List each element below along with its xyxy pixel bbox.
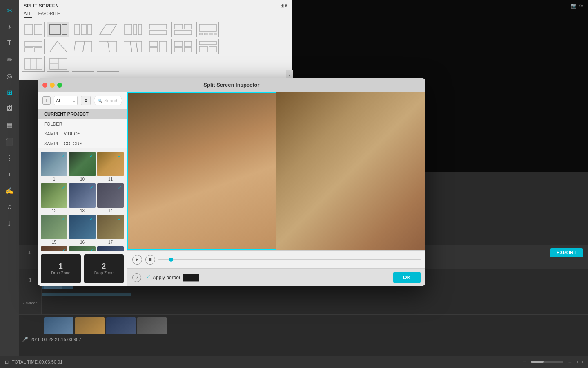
thumb-check-14: ✓ — [118, 184, 122, 191]
sidebar-icon-music2[interactable]: ♫ — [2, 200, 17, 214]
layout-6[interactable] — [147, 22, 169, 37]
zoom-slider[interactable] — [531, 361, 564, 363]
border-color-swatch[interactable] — [183, 274, 199, 282]
sidebar-icon-layout[interactable]: ⊞ — [2, 85, 17, 100]
layout-10[interactable] — [47, 39, 69, 54]
nav-sample-colors[interactable]: SAMPLE COLORS — [38, 139, 127, 148]
media-thumb-18[interactable]: ✓ 18 — [41, 246, 67, 251]
drop-zone-1[interactable]: 1 Drop Zone — [41, 254, 81, 283]
media-thumb-14[interactable]: ✓ 14 — [97, 183, 124, 213]
tab-all[interactable]: ALL — [24, 10, 32, 18]
layout-17[interactable] — [22, 56, 45, 72]
media-thumb-13[interactable]: ✓ 13 — [69, 183, 96, 213]
layout-12[interactable] — [97, 39, 119, 54]
sidebar-icon-text[interactable]: T — [2, 36, 17, 51]
split-screen-panel: SPLIT SCREEN ⊞▾ ALL FAVORITE — [19, 0, 292, 80]
mic-icon: 🎤 — [22, 337, 28, 342]
layout-16[interactable] — [196, 39, 219, 54]
svg-rect-32 — [149, 41, 158, 46]
layout-3[interactable] — [72, 22, 94, 37]
grid-icon[interactable]: ⊞ — [5, 359, 9, 365]
svg-rect-8 — [125, 24, 132, 35]
layout-4[interactable] — [97, 22, 119, 37]
layout-8[interactable] — [196, 22, 219, 37]
sidebar-icon-monitor[interactable]: ▤ — [2, 118, 17, 132]
layout-13[interactable] — [122, 39, 144, 54]
layout-20[interactable] — [97, 56, 119, 72]
thumb-num-12: 12 — [41, 209, 67, 213]
minimize-button[interactable] — [50, 83, 55, 88]
sidebar-icon-note[interactable]: ♩ — [2, 216, 17, 231]
zoom-in-icon[interactable]: + — [568, 359, 572, 365]
tab-favorite[interactable]: FAVORITE — [38, 10, 60, 18]
thumb-num-15: 15 — [41, 240, 67, 245]
sidebar-icon-film[interactable]: ⬛ — [2, 134, 17, 149]
drop-zone-2[interactable]: 2 Drop Zone — [84, 254, 124, 283]
thumb-check-16: ✓ — [89, 216, 94, 222]
zoom-out-icon[interactable]: − — [523, 359, 526, 365]
svg-marker-28 — [108, 41, 117, 52]
split-screen-title: SPLIT SCREEN — [24, 3, 59, 8]
expand-icon[interactable]: ⟷ — [577, 359, 583, 365]
media-thumb-17[interactable]: ✓ 17 — [97, 215, 124, 245]
drop-zone-1-num: 1 — [59, 262, 63, 271]
thumb-num-17: 17 — [97, 240, 124, 245]
search-box[interactable]: 🔍 Search — [94, 96, 122, 105]
progress-bar[interactable] — [158, 259, 421, 260]
media-thumb-1[interactable]: ✓ 1 — [41, 152, 67, 182]
stop-button[interactable]: ⏹ — [145, 255, 155, 265]
layout-5[interactable] — [122, 22, 144, 37]
media-thumb-2[interactable]: 2 — [97, 246, 124, 251]
timeline-add-track-button[interactable]: + — [24, 247, 35, 258]
sidebar-icon-layers[interactable]: ⋮ — [2, 150, 17, 165]
sidebar-icon-music[interactable]: ♪ — [2, 20, 17, 34]
add-media-button[interactable]: + — [42, 96, 51, 105]
layout-11[interactable] — [72, 39, 94, 54]
layout-15[interactable] — [172, 39, 194, 54]
sidebar-icon-scissors[interactable]: ✂ — [2, 3, 17, 18]
play-button[interactable]: ▶ — [132, 255, 142, 265]
layout-2[interactable] — [47, 22, 69, 37]
nav-folder[interactable]: FOLDER — [38, 119, 127, 129]
sidebar-icon-image[interactable]: 🖼 — [2, 101, 17, 116]
sort-button[interactable]: ≡ — [81, 96, 91, 105]
media-thumb-11[interactable]: ✓ 11 — [97, 152, 124, 182]
sidebar-icon-pen[interactable]: ✏ — [2, 52, 17, 67]
svg-rect-40 — [199, 46, 207, 52]
maximize-button[interactable] — [57, 83, 62, 88]
close-button[interactable] — [42, 83, 47, 88]
media-thumb-15[interactable]: ✓ 15 — [41, 215, 67, 245]
export-button[interactable]: EXPORT — [550, 248, 583, 257]
grid-view-icon[interactable]: ⊞▾ — [280, 2, 287, 9]
nav-sample-videos[interactable]: SAMPLE VIDEOS — [38, 129, 127, 139]
media-thumb-16[interactable]: ✓ 16 — [69, 215, 96, 245]
svg-marker-24 — [50, 41, 67, 52]
layout-1[interactable] — [22, 22, 45, 37]
apply-border-checkbox[interactable]: ✓ — [145, 275, 150, 280]
filter-select[interactable]: ALL ⌄ — [54, 96, 78, 105]
sidebar-icon-brush[interactable]: ✍ — [2, 183, 17, 198]
nav-current-project[interactable]: CURRENT PROJECT — [38, 109, 127, 119]
thumb-num-13: 13 — [69, 209, 96, 213]
media-thumb-12[interactable]: ✓ 12 — [41, 183, 67, 213]
ok-button[interactable]: OK — [393, 272, 421, 283]
layout-14[interactable] — [147, 39, 169, 54]
layout-19[interactable] — [72, 56, 94, 72]
layout-7[interactable] — [172, 22, 194, 37]
thumb-check-1: ✓ — [61, 153, 66, 159]
media-thumb-19[interactable]: ✓ 19 — [69, 246, 96, 251]
svg-rect-41 — [209, 46, 216, 52]
media-thumb-10[interactable]: ✓ 10 — [69, 152, 96, 182]
camera-icon: 📷 — [571, 3, 577, 9]
layout-9[interactable] — [22, 39, 45, 54]
help-button[interactable]: ? — [132, 273, 141, 282]
sidebar-icon-text2[interactable]: T — [2, 167, 17, 182]
svg-rect-4 — [75, 24, 80, 35]
sidebar-icon-circle[interactable]: ◎ — [2, 69, 17, 83]
apply-border-label: Apply border — [153, 275, 180, 280]
thumb-image-2 — [97, 246, 124, 251]
layout-18[interactable] — [47, 56, 69, 72]
media-grid-container: ✓ 1 ✓ 10 ✓ 11 ✓ — [38, 148, 127, 251]
dialog-left-header: + ALL ⌄ ≡ 🔍 Search — [38, 92, 127, 109]
svg-rect-42 — [25, 58, 42, 69]
